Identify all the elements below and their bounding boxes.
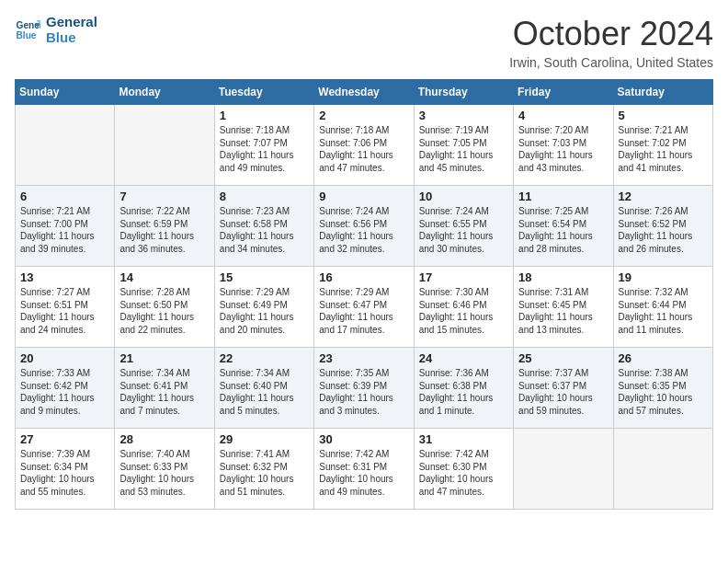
logo-text-general: General: [46, 15, 97, 30]
table-row: 31Sunrise: 7:42 AM Sunset: 6:30 PM Dayli…: [414, 429, 513, 510]
day-info: Sunrise: 7:33 AM Sunset: 6:42 PM Dayligh…: [20, 367, 109, 417]
day-number: 15: [220, 270, 309, 284]
day-info: Sunrise: 7:21 AM Sunset: 7:00 PM Dayligh…: [20, 205, 109, 255]
day-number: 7: [119, 190, 209, 203]
day-info: Sunrise: 7:35 AM Sunset: 6:39 PM Dayligh…: [319, 367, 408, 417]
day-info: Sunrise: 7:37 AM Sunset: 6:37 PM Dayligh…: [518, 367, 608, 417]
day-info: Sunrise: 7:34 AM Sunset: 6:40 PM Dayligh…: [220, 367, 309, 417]
day-info: Sunrise: 7:22 AM Sunset: 6:59 PM Dayligh…: [119, 205, 209, 255]
calendar-week-row: 20Sunrise: 7:33 AM Sunset: 6:42 PM Dayli…: [16, 348, 713, 429]
day-number: 19: [619, 270, 708, 284]
table-row: 12Sunrise: 7:26 AM Sunset: 6:52 PM Dayli…: [613, 186, 712, 267]
day-number: 21: [119, 351, 209, 365]
table-row: 29Sunrise: 7:41 AM Sunset: 6:32 PM Dayli…: [214, 429, 313, 510]
table-row: 28Sunrise: 7:40 AM Sunset: 6:33 PM Dayli…: [115, 429, 214, 510]
day-number: 20: [20, 351, 109, 365]
table-row: [514, 429, 613, 510]
table-row: 3Sunrise: 7:19 AM Sunset: 7:05 PM Daylig…: [414, 105, 513, 186]
day-number: 12: [619, 190, 708, 203]
day-number: 25: [518, 351, 608, 365]
day-info: Sunrise: 7:24 AM Sunset: 6:55 PM Dayligh…: [419, 205, 508, 255]
day-number: 24: [419, 351, 508, 365]
day-number: 23: [319, 351, 408, 365]
table-row: 10Sunrise: 7:24 AM Sunset: 6:55 PM Dayli…: [414, 186, 513, 267]
title-block: October 2024 Irwin, South Carolina, Unit…: [509, 15, 713, 70]
table-row: 27Sunrise: 7:39 AM Sunset: 6:34 PM Dayli…: [16, 429, 115, 510]
header-tuesday: Tuesday: [214, 80, 313, 105]
table-row: 21Sunrise: 7:34 AM Sunset: 6:41 PM Dayli…: [115, 348, 214, 429]
day-number: 10: [419, 190, 508, 203]
logo: General Blue General Blue: [15, 15, 97, 45]
header-monday: Monday: [115, 80, 214, 105]
day-info: Sunrise: 7:38 AM Sunset: 6:35 PM Dayligh…: [619, 367, 708, 417]
day-number: 14: [119, 270, 209, 284]
table-row: 30Sunrise: 7:42 AM Sunset: 6:31 PM Dayli…: [314, 429, 414, 510]
page-header: General Blue General Blue October 2024 I…: [15, 15, 713, 70]
day-info: Sunrise: 7:23 AM Sunset: 6:58 PM Dayligh…: [220, 205, 309, 255]
day-info: Sunrise: 7:34 AM Sunset: 6:41 PM Dayligh…: [119, 367, 209, 417]
calendar-week-row: 1Sunrise: 7:18 AM Sunset: 7:07 PM Daylig…: [16, 105, 713, 186]
day-info: Sunrise: 7:30 AM Sunset: 6:46 PM Dayligh…: [419, 286, 508, 336]
day-info: Sunrise: 7:32 AM Sunset: 6:44 PM Dayligh…: [619, 286, 708, 336]
day-info: Sunrise: 7:25 AM Sunset: 6:54 PM Dayligh…: [518, 205, 608, 255]
header-wednesday: Wednesday: [314, 80, 414, 105]
day-info: Sunrise: 7:41 AM Sunset: 6:32 PM Dayligh…: [220, 448, 309, 498]
table-row: 5Sunrise: 7:21 AM Sunset: 7:02 PM Daylig…: [613, 105, 712, 186]
logo-text-blue: Blue: [46, 30, 97, 46]
day-number: 1: [220, 109, 309, 122]
table-row: 13Sunrise: 7:27 AM Sunset: 6:51 PM Dayli…: [16, 267, 115, 348]
header-thursday: Thursday: [414, 80, 513, 105]
day-number: 11: [518, 190, 608, 203]
table-row: 17Sunrise: 7:30 AM Sunset: 6:46 PM Dayli…: [414, 267, 513, 348]
table-row: [16, 105, 115, 186]
day-info: Sunrise: 7:20 AM Sunset: 7:03 PM Dayligh…: [518, 124, 608, 174]
location-subtitle: Irwin, South Carolina, United States: [509, 55, 713, 70]
day-info: Sunrise: 7:29 AM Sunset: 6:47 PM Dayligh…: [319, 286, 408, 336]
calendar-week-row: 27Sunrise: 7:39 AM Sunset: 6:34 PM Dayli…: [16, 429, 713, 510]
table-row: 6Sunrise: 7:21 AM Sunset: 7:00 PM Daylig…: [16, 186, 115, 267]
day-info: Sunrise: 7:42 AM Sunset: 6:30 PM Dayligh…: [419, 448, 508, 498]
day-info: Sunrise: 7:24 AM Sunset: 6:56 PM Dayligh…: [319, 205, 408, 255]
day-number: 6: [20, 190, 109, 203]
header-friday: Friday: [514, 80, 613, 105]
table-row: 4Sunrise: 7:20 AM Sunset: 7:03 PM Daylig…: [514, 105, 613, 186]
day-info: Sunrise: 7:19 AM Sunset: 7:05 PM Dayligh…: [419, 124, 508, 174]
table-row: 15Sunrise: 7:29 AM Sunset: 6:49 PM Dayli…: [214, 267, 313, 348]
day-number: 2: [319, 109, 408, 122]
day-info: Sunrise: 7:29 AM Sunset: 6:49 PM Dayligh…: [220, 286, 309, 336]
day-number: 8: [220, 190, 309, 203]
day-number: 16: [319, 270, 408, 284]
header-sunday: Sunday: [16, 80, 115, 105]
day-info: Sunrise: 7:40 AM Sunset: 6:33 PM Dayligh…: [119, 448, 209, 498]
day-info: Sunrise: 7:21 AM Sunset: 7:02 PM Dayligh…: [619, 124, 708, 174]
table-row: [613, 429, 712, 510]
day-number: 13: [20, 270, 109, 284]
table-row: 25Sunrise: 7:37 AM Sunset: 6:37 PM Dayli…: [514, 348, 613, 429]
logo-icon: General Blue: [15, 17, 40, 43]
calendar-table: Sunday Monday Tuesday Wednesday Thursday…: [15, 79, 713, 510]
header-saturday: Saturday: [613, 80, 712, 105]
svg-text:Blue: Blue: [17, 29, 37, 40]
table-row: 19Sunrise: 7:32 AM Sunset: 6:44 PM Dayli…: [613, 267, 712, 348]
day-number: 30: [319, 432, 408, 446]
day-info: Sunrise: 7:28 AM Sunset: 6:50 PM Dayligh…: [119, 286, 209, 336]
table-row: 16Sunrise: 7:29 AM Sunset: 6:47 PM Dayli…: [314, 267, 414, 348]
month-title: October 2024: [509, 15, 713, 53]
table-row: 2Sunrise: 7:18 AM Sunset: 7:06 PM Daylig…: [314, 105, 414, 186]
day-info: Sunrise: 7:42 AM Sunset: 6:31 PM Dayligh…: [319, 448, 408, 498]
day-number: 31: [419, 432, 508, 446]
day-info: Sunrise: 7:18 AM Sunset: 7:07 PM Dayligh…: [220, 124, 309, 174]
day-number: 9: [319, 190, 408, 203]
day-number: 28: [119, 432, 209, 446]
day-info: Sunrise: 7:39 AM Sunset: 6:34 PM Dayligh…: [20, 448, 109, 498]
table-row: 11Sunrise: 7:25 AM Sunset: 6:54 PM Dayli…: [514, 186, 613, 267]
table-row: 8Sunrise: 7:23 AM Sunset: 6:58 PM Daylig…: [214, 186, 313, 267]
day-number: 29: [220, 432, 309, 446]
day-info: Sunrise: 7:26 AM Sunset: 6:52 PM Dayligh…: [619, 205, 708, 255]
day-number: 18: [518, 270, 608, 284]
day-number: 3: [419, 109, 508, 122]
day-info: Sunrise: 7:31 AM Sunset: 6:45 PM Dayligh…: [518, 286, 608, 336]
calendar-week-row: 13Sunrise: 7:27 AM Sunset: 6:51 PM Dayli…: [16, 267, 713, 348]
table-row: 24Sunrise: 7:36 AM Sunset: 6:38 PM Dayli…: [414, 348, 513, 429]
table-row: 22Sunrise: 7:34 AM Sunset: 6:40 PM Dayli…: [214, 348, 313, 429]
